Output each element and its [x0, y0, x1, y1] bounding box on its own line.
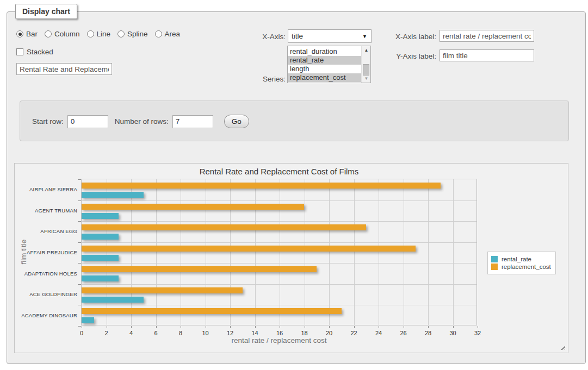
- x-tick-mark: [156, 326, 157, 328]
- row-controls: Start row: Number of rows: Go: [32, 115, 249, 128]
- radio-icon[interactable]: [155, 30, 162, 37]
- y-tick-mark: [78, 305, 81, 305]
- radio-icon[interactable]: [117, 30, 125, 37]
- x-tick-mark: [478, 326, 478, 328]
- bar-rental_rate: [82, 275, 119, 281]
- radio-icon[interactable]: [87, 30, 94, 37]
- gridline-horizontal: [82, 200, 476, 201]
- gridline-vertical: [404, 179, 404, 325]
- start-row-input[interactable]: [67, 115, 108, 128]
- bar-rental_rate: [82, 234, 119, 240]
- x-tick-label: 30: [445, 330, 461, 336]
- gridline-horizontal: [82, 284, 476, 285]
- chart-type-option-area[interactable]: Area: [155, 30, 181, 38]
- scroll-up-icon[interactable]: ▲: [362, 46, 371, 54]
- category-label: ACE GOLDFINGER: [17, 291, 77, 297]
- gridline-vertical: [131, 179, 132, 325]
- chart-plot-area: 02468101214161820222426283032AIRPLANE SI…: [81, 179, 477, 325]
- chart-container: Rental Rate and Replacement Cost of Film…: [14, 163, 568, 353]
- scrollbar-thumb[interactable]: [363, 64, 369, 76]
- x-tick-label: 28: [420, 330, 436, 336]
- bar-replacement_cost: [82, 287, 243, 293]
- x-tick-mark: [354, 326, 355, 328]
- category-label: ACADEMY DINOSAUR: [17, 312, 77, 318]
- y-axis-label-input[interactable]: [440, 49, 534, 61]
- series-multiselect[interactable]: rental_durationrental_ratelengthreplacem…: [287, 46, 371, 83]
- chart-title: Rental Rate and Replacement Cost of Film…: [81, 167, 477, 176]
- gridline-horizontal: [82, 305, 476, 305]
- x-axis-select[interactable]: title ▼: [288, 29, 372, 43]
- x-axis-select-label: X-Axis:: [247, 33, 286, 41]
- gridline-vertical: [305, 179, 305, 325]
- x-tick-mark: [255, 326, 256, 328]
- resize-grip-icon[interactable]: [559, 344, 565, 350]
- series-select-label: Series:: [247, 75, 286, 83]
- gridline-vertical: [428, 179, 429, 325]
- chart-type-label: Area: [165, 30, 181, 38]
- x-tick-mark: [379, 326, 379, 328]
- series-option-rental_rate[interactable]: rental_rate: [288, 56, 361, 65]
- gridline-vertical: [107, 179, 107, 325]
- bar-replacement_cost: [82, 266, 317, 272]
- x-tick-mark: [131, 326, 132, 328]
- stacked-checkbox[interactable]: [16, 48, 23, 55]
- chart-legend: rental_ratereplacement_cost: [487, 252, 556, 274]
- chart-type-option-line[interactable]: Line: [87, 30, 111, 38]
- gridline-vertical: [255, 179, 256, 325]
- x-tick-mark: [305, 326, 305, 328]
- x-tick-label: 26: [395, 330, 412, 336]
- go-button[interactable]: Go: [224, 115, 249, 128]
- bar-rental_rate: [82, 297, 144, 303]
- chart-type-option-bar[interactable]: Bar: [16, 30, 38, 38]
- gridline-vertical: [354, 179, 355, 325]
- x-axis-label-input[interactable]: [440, 30, 534, 42]
- series-option-replacement_cost[interactable]: replacement_cost: [288, 73, 361, 82]
- x-tick-mark: [206, 326, 206, 328]
- legend-item: rental_rate: [491, 256, 551, 262]
- x-tick-mark: [181, 326, 181, 328]
- legend-item: replacement_cost: [491, 264, 551, 270]
- x-tick-label: 4: [123, 330, 139, 336]
- gridline-vertical: [230, 179, 231, 325]
- radio-icon[interactable]: [45, 30, 52, 37]
- series-option-length[interactable]: length: [288, 65, 361, 73]
- row-controls-panel: Start row: Number of rows: Go: [20, 101, 569, 141]
- x-axis-title: rental rate / replacement cost: [81, 336, 477, 344]
- start-row-label: Start row:: [32, 117, 64, 126]
- x-tick-label: 0: [73, 330, 90, 336]
- chart-title-input[interactable]: [16, 63, 112, 75]
- y-tick-mark: [78, 263, 81, 264]
- fieldset-legend: Display chart: [15, 4, 77, 19]
- radio-icon[interactable]: [16, 30, 23, 37]
- gridline-horizontal: [82, 221, 476, 222]
- bar-rental_rate: [82, 192, 144, 198]
- bar-replacement_cost: [82, 204, 304, 210]
- x-tick-mark: [230, 326, 231, 328]
- chart-type-option-spline[interactable]: Spline: [117, 30, 148, 38]
- bar-rental_rate: [82, 317, 94, 323]
- num-rows-input[interactable]: [172, 115, 213, 128]
- gridline-vertical: [156, 179, 157, 325]
- page: Display chart BarColumnLineSplineArea St…: [0, 0, 588, 370]
- stacked-label: Stacked: [27, 48, 53, 56]
- x-axis-label-label: X-Axis label:: [387, 33, 436, 41]
- series-scrollbar[interactable]: ▲ ▼: [361, 46, 370, 83]
- chart-type-option-column[interactable]: Column: [45, 30, 80, 38]
- stacked-option[interactable]: Stacked: [16, 48, 53, 56]
- gridline-vertical: [329, 179, 330, 325]
- gridline-horizontal: [82, 263, 476, 264]
- x-axis-selected-value: title: [292, 32, 303, 40]
- x-tick-label: 18: [296, 330, 313, 336]
- scroll-down-icon[interactable]: ▼: [362, 74, 371, 83]
- x-tick-mark: [329, 326, 330, 328]
- y-axis-label-label: Y-Axis label:: [387, 52, 436, 60]
- chart-type-label: Column: [54, 30, 80, 38]
- x-tick-mark: [82, 326, 82, 328]
- gridline-vertical: [379, 179, 379, 325]
- gridline-vertical: [280, 179, 280, 325]
- series-option-rental_duration[interactable]: rental_duration: [288, 47, 361, 56]
- bar-replacement_cost: [82, 224, 366, 230]
- series-options: rental_durationrental_ratelengthreplacem…: [288, 47, 361, 82]
- y-tick-mark: [78, 284, 81, 285]
- x-tick-mark: [280, 326, 280, 328]
